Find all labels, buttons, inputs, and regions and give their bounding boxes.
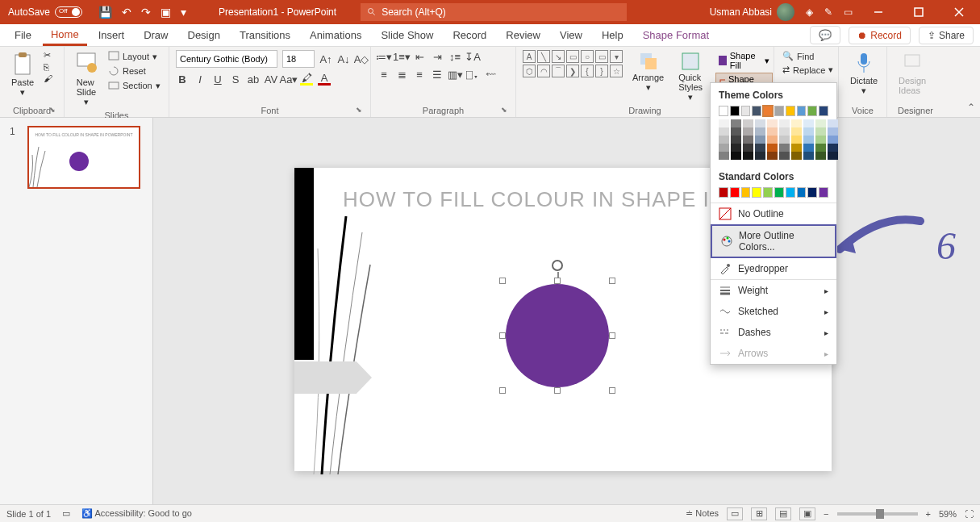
underline-icon[interactable]: U	[211, 73, 224, 86]
linespace-icon[interactable]: ↕≡	[448, 50, 461, 63]
slide-thumbnail-1[interactable]: HOW TO FILL COLOUR IN SHAPE IN POWERPOIN…	[27, 126, 140, 189]
resize-handle-sw[interactable]	[499, 387, 506, 394]
grow-font-icon[interactable]: A↑	[319, 52, 332, 65]
diamond-icon[interactable]: ◈	[806, 6, 813, 18]
case-icon[interactable]: Aa▾	[282, 73, 295, 86]
arrow-shape[interactable]	[294, 361, 372, 394]
fit-window-icon[interactable]: ⛶	[965, 509, 974, 519]
eyedropper-item[interactable]: Eyedropper	[711, 258, 836, 279]
tab-review[interactable]: Review	[498, 26, 548, 44]
reset-button[interactable]: Reset	[106, 65, 162, 77]
close-button[interactable]	[945, 0, 974, 24]
columns-icon[interactable]: ▥▾	[448, 68, 461, 81]
qat-more-icon[interactable]: ▾	[181, 6, 186, 19]
tab-transitions[interactable]: Transitions	[231, 26, 298, 44]
save-icon[interactable]: 💾	[98, 6, 112, 19]
font-color-icon[interactable]: A	[318, 73, 331, 86]
resize-handle-se[interactable]	[609, 387, 615, 394]
minimize-button[interactable]	[864, 0, 893, 24]
comments-icon[interactable]: 💬	[810, 26, 840, 44]
rotate-handle[interactable]	[552, 260, 563, 271]
resize-handle-n[interactable]	[554, 278, 561, 284]
standard-color-row[interactable]	[711, 186, 836, 199]
tab-insert[interactable]: Insert	[90, 26, 133, 44]
resize-handle-ne[interactable]	[609, 278, 615, 284]
cut-icon[interactable]: ✂	[44, 50, 52, 61]
italic-icon[interactable]: I	[194, 73, 206, 86]
shapes-gallery[interactable]: A╲↘▭○▭▾ ⬡◠⌒❯{}☆	[523, 50, 623, 77]
dashes-item[interactable]: Dashes▸	[711, 322, 836, 343]
pen-icon[interactable]: ✎	[824, 6, 832, 18]
paste-button[interactable]: Paste▾	[6, 50, 39, 99]
record-button[interactable]: ⏺Record	[849, 27, 911, 44]
tab-design[interactable]: Design	[180, 26, 228, 44]
sorter-view-icon[interactable]: ⊞	[751, 507, 767, 520]
ribbon-display-icon[interactable]: ▭	[844, 6, 853, 18]
no-outline-item[interactable]: No Outline	[711, 203, 836, 224]
section-button[interactable]: Section▾	[106, 79, 162, 92]
align-right-icon[interactable]: ≡	[413, 68, 426, 81]
align-left-icon[interactable]: ≡	[377, 68, 390, 81]
indent-icon[interactable]: ⇥	[431, 50, 444, 63]
dictate-button[interactable]: Dictate▾	[845, 50, 882, 98]
zoom-level[interactable]: 59%	[939, 509, 957, 519]
resize-handle-e[interactable]	[609, 332, 615, 339]
tab-home[interactable]: Home	[43, 25, 87, 46]
theme-color-row[interactable]	[711, 104, 836, 118]
language-icon[interactable]: ▭	[62, 508, 70, 519]
resize-handle-s[interactable]	[554, 387, 561, 394]
shape-fill-button[interactable]: Shape Fill▾	[715, 50, 773, 71]
replace-button[interactable]: ⇄Replace▾	[781, 64, 835, 76]
reading-view-icon[interactable]: ▤	[775, 507, 791, 520]
align-text-icon[interactable]: ⎕▾	[466, 68, 479, 81]
accessibility-status[interactable]: ♿ Accessibility: Good to go	[81, 508, 192, 519]
selected-circle-shape[interactable]	[503, 281, 612, 390]
maximize-button[interactable]	[904, 0, 933, 24]
zoom-in-icon[interactable]: +	[926, 509, 931, 519]
shrink-font-icon[interactable]: A↓	[337, 52, 350, 65]
bold-icon[interactable]: B	[176, 73, 189, 86]
find-button[interactable]: 🔍Find	[781, 50, 835, 62]
tab-slideshow[interactable]: Slide Show	[373, 26, 441, 44]
tab-help[interactable]: Help	[594, 26, 632, 44]
tab-view[interactable]: View	[552, 26, 590, 44]
tab-file[interactable]: File	[6, 26, 40, 44]
text-direction-icon[interactable]: ↧A	[466, 50, 479, 63]
user-account[interactable]: Usman Abbasi	[710, 3, 794, 21]
highlight-icon[interactable]: 🖍	[300, 73, 313, 86]
tab-draw[interactable]: Draw	[136, 26, 176, 44]
zoom-slider[interactable]	[837, 512, 918, 516]
strike-icon[interactable]: S	[229, 73, 242, 86]
sketched-item[interactable]: Sketched▸	[711, 301, 836, 322]
smartart-icon[interactable]: ⬳	[484, 68, 497, 81]
quick-styles-button[interactable]: Quick Styles▾	[673, 50, 707, 104]
zoom-out-icon[interactable]: −	[824, 509, 828, 519]
resize-handle-w[interactable]	[499, 332, 506, 339]
font-size-combo[interactable]: 18	[282, 50, 315, 68]
share-button[interactable]: ⇪Share	[919, 27, 974, 44]
autosave-toggle[interactable]: Off	[55, 6, 82, 18]
format-painter-icon[interactable]: 🖌	[44, 73, 52, 83]
new-slide-button[interactable]: New Slide▾	[71, 50, 102, 109]
weight-item[interactable]: Weight▸	[711, 280, 836, 301]
arrange-button[interactable]: Arrange▾	[628, 50, 669, 94]
search-box[interactable]: Search (Alt+Q)	[361, 3, 627, 21]
collapse-ribbon-icon[interactable]: ⌃	[967, 102, 975, 113]
clear-format-icon[interactable]: A◇	[355, 52, 368, 65]
outdent-icon[interactable]: ⇤	[413, 50, 426, 63]
undo-icon[interactable]: ↶	[122, 6, 131, 19]
notes-button[interactable]: ≐ Notes	[686, 508, 719, 519]
tab-shape-format[interactable]: Shape Format	[635, 26, 717, 44]
redo-icon[interactable]: ↷	[141, 6, 151, 19]
bullets-icon[interactable]: ≔▾	[377, 50, 390, 63]
slideshow-view-icon[interactable]: ▣	[799, 507, 815, 520]
font-name-combo[interactable]: Century Gothic (Body)	[176, 50, 277, 68]
copy-icon[interactable]: ⎘	[44, 62, 52, 72]
present-icon[interactable]: ▣	[161, 6, 171, 19]
justify-icon[interactable]: ☰	[431, 68, 444, 81]
resize-handle-nw[interactable]	[499, 278, 506, 284]
normal-view-icon[interactable]: ▭	[727, 507, 743, 520]
numbering-icon[interactable]: 1≡▾	[395, 50, 408, 63]
tab-animations[interactable]: Animations	[302, 26, 369, 44]
shadow-icon[interactable]: ab	[247, 73, 260, 86]
